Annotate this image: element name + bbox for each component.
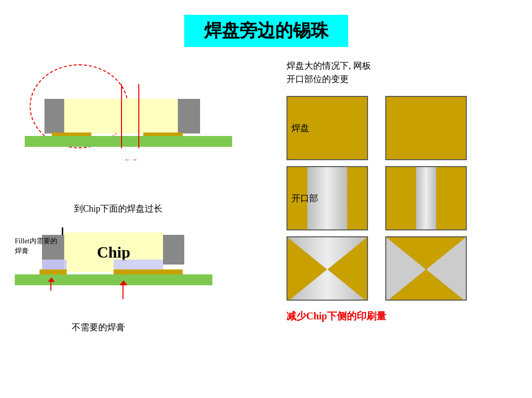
open-label: 开口部 [291, 192, 318, 204]
solder-right [114, 260, 163, 270]
open-strip-right [347, 167, 367, 229]
label-fillet: Fillet内需要的 焊膏 [15, 236, 57, 256]
chip-terminal-left [44, 99, 67, 133]
chip-terminal-right [178, 99, 200, 133]
right-desc-line1: 焊盘大的情况下, 网板 [286, 61, 371, 71]
open-right-strip-right [436, 167, 466, 229]
dim-arrow [119, 156, 143, 164]
red-arrow-bottom [123, 284, 123, 299]
grid-cell-open-right [385, 166, 467, 230]
right-caption: 减少Chip下侧的印刷量 [286, 310, 514, 323]
pad-label: 焊盘 [291, 122, 309, 134]
page-title: 焊盘旁边的锡珠 [184, 15, 348, 47]
tri-left-silver [386, 237, 426, 301]
red-arrow-left [50, 281, 51, 291]
bottom-diagram: Chip [15, 208, 242, 307]
chip-label: Chip [97, 243, 130, 262]
right-desc-line2: 开口部位的变更 [286, 74, 349, 84]
grid-cell-diamond-left [286, 236, 368, 301]
red-line-right [138, 84, 139, 148]
tri-left-gold [287, 237, 327, 301]
top-diagram [25, 59, 232, 168]
left-section: 到Chip下面的焊盘过长 [15, 59, 242, 168]
grid-cell-diamond-right [385, 236, 467, 301]
open-right-center [416, 167, 436, 229]
tri-right-silver [426, 237, 466, 301]
caption-bottom: 不需要的焊膏 [72, 321, 125, 333]
right-section: 焊盘大的情况下, 网板 开口部位的变更 焊盘 开口部 [286, 59, 514, 323]
solder-left [42, 260, 67, 270]
grid-container: 焊盘 开口部 [286, 96, 474, 301]
grid-cell-pad-left: 焊盘 [286, 96, 368, 160]
grid-cell-pad-right [385, 96, 467, 160]
pcb-board-bottom [15, 274, 212, 285]
chip-terminal-right-bottom [162, 235, 184, 265]
tri-right-gold [327, 237, 367, 301]
open-right-strip-left [386, 167, 416, 229]
red-line-left [121, 84, 122, 148]
grid-cell-open-left: 开口部 [286, 166, 368, 230]
pcb-board-top [25, 136, 232, 147]
right-description: 焊盘大的情况下, 网板 开口部位的变更 [286, 59, 514, 86]
